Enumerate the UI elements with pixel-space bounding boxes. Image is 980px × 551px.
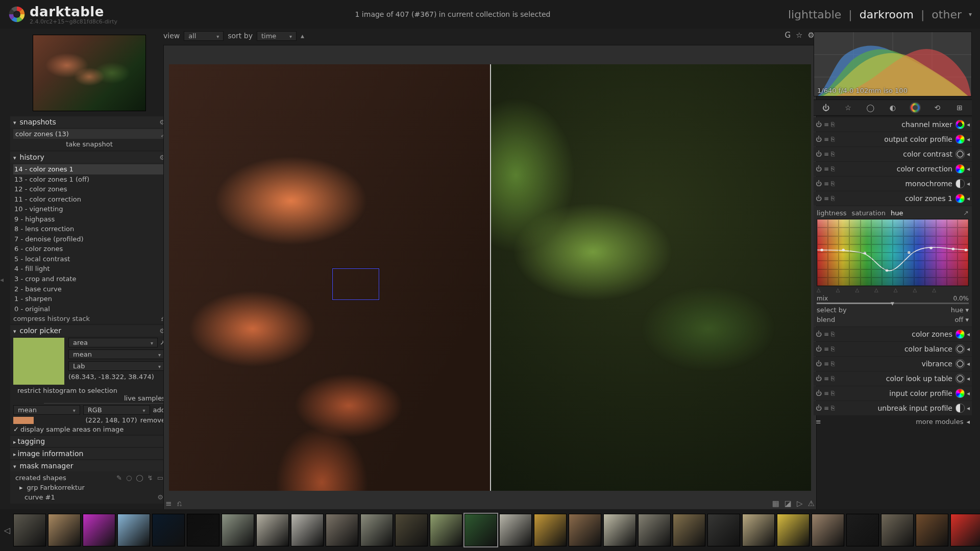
sort-select[interactable]: time: [257, 31, 297, 41]
filmstrip-thumb[interactable]: [48, 514, 81, 546]
tagging-header[interactable]: tagging: [10, 436, 168, 447]
picker-mode-select[interactable]: area: [68, 338, 158, 347]
tab-saturation[interactable]: saturation: [852, 209, 886, 217]
filmstrip-thumb[interactable]: [430, 514, 462, 546]
view-other-menu-icon[interactable]: ▾: [969, 11, 972, 18]
color-zones-graph[interactable]: [817, 219, 969, 286]
history-item[interactable]: 4 - fill light: [13, 264, 165, 274]
module-color-look-up-table[interactable]: ⏻≡⎘color look up table◂: [814, 371, 972, 386]
styles-icon[interactable]: ⎌: [177, 499, 182, 508]
history-item[interactable]: 12 - color zones: [13, 184, 165, 194]
view-lighttable[interactable]: lighttable: [788, 8, 841, 21]
tab-hue[interactable]: hue: [891, 209, 903, 217]
history-item[interactable]: 2 - base curve: [13, 284, 165, 294]
filmstrip-thumb[interactable]: [152, 514, 185, 546]
group-power-icon[interactable]: ⏻: [820, 102, 831, 113]
more-modules[interactable]: ≡more modules ◂: [814, 416, 972, 428]
snapshot-entry[interactable]: color zones (13): [13, 129, 165, 139]
history-item[interactable]: 10 - vignetting: [13, 204, 165, 214]
warning-icon[interactable]: ⚠: [808, 499, 815, 508]
gear-icon[interactable]: ⚙: [157, 493, 163, 501]
filmstrip-thumb[interactable]: [499, 514, 532, 546]
history-item[interactable]: 7 - denoise (profiled): [13, 234, 165, 244]
group-correct-icon[interactable]: ⟲: [932, 102, 943, 113]
circle-icon[interactable]: ○: [126, 474, 132, 482]
history-item[interactable]: 6 - color zones: [13, 244, 165, 254]
group-basic-icon[interactable]: ◯: [865, 102, 876, 113]
filmstrip-thumb[interactable]: [222, 514, 254, 546]
history-item[interactable]: 0 - original: [13, 304, 165, 314]
module-color-zones[interactable]: ⏻≡⎘color zones◂: [814, 327, 972, 341]
module-output-color-profile[interactable]: ⏻≡⎘output color profile◂: [814, 132, 972, 146]
filmstrip-thumb[interactable]: [812, 514, 844, 546]
picker-stat-select[interactable]: mean: [68, 349, 165, 359]
ellipse-icon[interactable]: ◯: [136, 474, 143, 482]
filmstrip-thumb[interactable]: [673, 514, 705, 546]
module-vibrance[interactable]: ⏻≡⎘vibrance◂: [814, 357, 972, 371]
snapshot-split-line[interactable]: [490, 64, 491, 491]
view-filter-select[interactable]: all: [184, 31, 224, 41]
filmstrip-thumb[interactable]: [777, 514, 810, 546]
sort-direction-icon[interactable]: ▴: [301, 32, 304, 40]
module-channel-mixer[interactable]: ⏻≡⎘channel mixer◂: [814, 117, 972, 132]
module-color-balance[interactable]: ⏻≡⎘color balance◂: [814, 342, 972, 356]
filmstrip-thumb[interactable]: [360, 514, 393, 546]
imageinfo-header[interactable]: image information: [10, 448, 168, 459]
mask-group-row[interactable]: ▸ grp Farbkorrektur: [13, 483, 165, 492]
navigation-preview[interactable]: [33, 35, 146, 111]
take-snapshot-button[interactable]: take snapshot: [13, 139, 165, 149]
history-item[interactable]: 11 - color correction: [13, 194, 165, 205]
filmstrip-thumb[interactable]: [256, 514, 289, 546]
compress-history-button[interactable]: compress history stack: [13, 315, 90, 322]
filmstrip-thumb[interactable]: [13, 514, 46, 546]
filmstrip[interactable]: ◁: [0, 509, 980, 551]
picker-space-select[interactable]: Lab: [68, 361, 165, 371]
history-item[interactable]: 3 - crop and rotate: [13, 274, 165, 284]
filmstrip-thumb[interactable]: [187, 514, 219, 546]
history-item[interactable]: 1 - sharpen: [13, 294, 165, 304]
filmstrip-thumb[interactable]: [638, 514, 671, 546]
filmstrip-thumb[interactable]: [291, 514, 324, 546]
gamut-icon[interactable]: ◪: [785, 499, 792, 508]
ls-stat-select[interactable]: mean: [13, 405, 80, 415]
filmstrip-thumb[interactable]: [707, 514, 740, 546]
overexposed-icon[interactable]: ▦: [772, 499, 779, 508]
filmstrip-thumb[interactable]: [117, 514, 150, 546]
module-input-color-profile[interactable]: ⏻≡⎘input color profile◂: [814, 386, 972, 400]
quick-access-icon[interactable]: ≡: [165, 499, 172, 508]
history-item[interactable]: 8 - lens correction: [13, 224, 165, 234]
star-icon[interactable]: ☆: [796, 31, 802, 40]
filmstrip-thumb[interactable]: [846, 514, 879, 546]
filmstrip-thumb[interactable]: [881, 514, 914, 546]
history-item[interactable]: 9 - highpass: [13, 214, 165, 224]
darkroom-canvas[interactable]: [163, 45, 817, 510]
view-other[interactable]: other: [932, 8, 962, 21]
filmstrip-thumb[interactable]: [742, 514, 775, 546]
mask-curve-row[interactable]: curve #1⚙: [13, 492, 165, 502]
filmstrip-thumb[interactable]: [395, 514, 428, 546]
module-color-zones-1[interactable]: ⏻≡⎘color zones 1◂: [814, 191, 972, 206]
filmstrip-thumb[interactable]: [950, 514, 980, 546]
filmstrip-thumb[interactable]: [569, 514, 601, 546]
module-unbreak-input-profile[interactable]: ⏻≡⎘unbreak input profile◂: [814, 401, 972, 415]
softproof-icon[interactable]: ▷: [797, 499, 803, 508]
maskmgr-header[interactable]: mask manager: [10, 460, 168, 471]
filmstrip-prev-icon[interactable]: ◁: [3, 525, 11, 535]
restrict-histogram-label[interactable]: restrict histogram to selection: [17, 387, 165, 394]
histogram[interactable]: 1/640 f/4.0 102mm iso 100: [814, 32, 972, 96]
filmstrip-thumb[interactable]: [326, 514, 358, 546]
ls-space-select[interactable]: RGB: [83, 405, 150, 415]
group-icon[interactable]: G: [785, 31, 791, 40]
brush-icon[interactable]: ✎: [116, 474, 122, 482]
path-icon[interactable]: ↯: [148, 474, 153, 482]
remove-sample-button[interactable]: remove: [140, 416, 165, 424]
display-samples-check[interactable]: display sample areas on image: [13, 425, 165, 433]
history-header[interactable]: history⚙: [10, 152, 168, 163]
snapshots-header[interactable]: snapshots⚙: [10, 116, 168, 128]
filmstrip-thumb[interactable]: [534, 514, 567, 546]
module-color-contrast[interactable]: ⏻≡⎘color contrast◂: [814, 147, 972, 161]
group-effect-icon[interactable]: ⊞: [954, 102, 965, 113]
view-darkroom[interactable]: darkroom: [860, 8, 914, 21]
filmstrip-thumb[interactable]: [83, 514, 115, 546]
gradient-icon[interactable]: ▭: [157, 474, 163, 482]
